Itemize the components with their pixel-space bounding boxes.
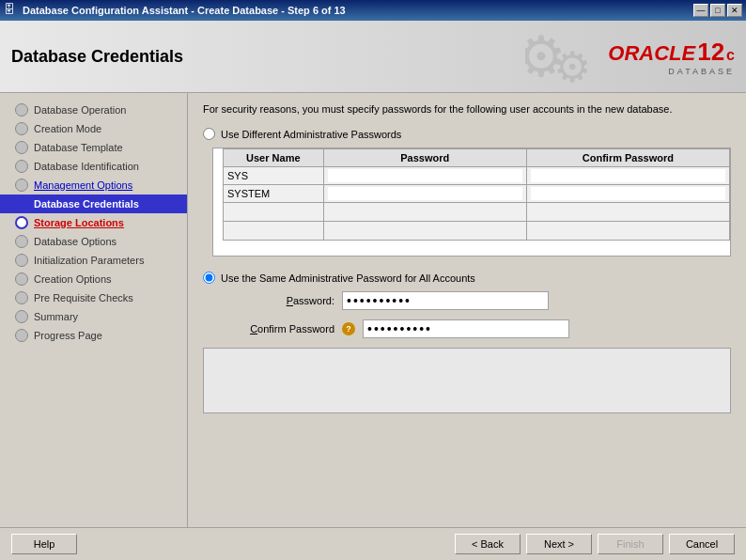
step-icon-active (15, 197, 28, 210)
confirm-field-row: Confirm Password ? (212, 319, 731, 338)
password-label: Password: (212, 295, 334, 306)
back-button[interactable]: < Back (455, 534, 521, 554)
sidebar-item-progress-page[interactable]: Progress Page (0, 326, 187, 345)
password-field-row: Password: (212, 291, 731, 310)
main-panel: For security reasons, you must specify p… (188, 93, 746, 527)
title-bar-text: Database Configuration Assistant - Creat… (23, 5, 346, 16)
col-header-confirm: Confirm Password (526, 149, 729, 167)
window-header: Database Credentials ⚙ ⚙ ORACLE 12 c DAT… (0, 21, 746, 93)
maximize-button[interactable]: □ (710, 4, 725, 17)
credentials-table-wrapper: User Name Password Confirm Password SYS (212, 148, 731, 257)
info-text: For security reasons, you must specify p… (203, 102, 731, 117)
step-icon (15, 329, 28, 342)
radio-same-password[interactable]: Use the Same Administrative Password for… (203, 272, 731, 284)
credentials-table: User Name Password Confirm Password SYS (223, 148, 730, 241)
radio-same-input[interactable] (203, 272, 215, 284)
help-icon[interactable]: ? (342, 322, 355, 335)
sidebar-item-summary[interactable]: Summary (0, 307, 187, 326)
main-window: Database Credentials ⚙ ⚙ ORACLE 12 c DAT… (0, 21, 746, 560)
title-bar: 🗄 Database Configuration Assistant - Cre… (0, 0, 746, 21)
system-password-input[interactable] (328, 187, 522, 200)
radio-different-input[interactable] (203, 128, 215, 140)
sidebar-item-database-identification[interactable]: Database Identification (0, 157, 187, 176)
step-icon (15, 160, 28, 173)
col-header-username: User Name (224, 149, 324, 167)
sys-confirm-input[interactable] (531, 169, 725, 182)
username-cell-sys: SYS (224, 167, 324, 185)
sidebar-item-database-options[interactable]: Database Options (0, 232, 187, 251)
password-input[interactable] (342, 291, 549, 310)
username-cell-system: SYSTEM (224, 185, 324, 203)
step-icon (15, 310, 28, 323)
sidebar-item-creation-mode[interactable]: Creation Mode (0, 119, 187, 138)
confirm-cell-sys[interactable] (526, 167, 729, 185)
password-cell-system[interactable] (323, 185, 526, 203)
bottom-bar: Help < Back Next > Finish Cancel (0, 527, 746, 560)
cancel-button[interactable]: Cancel (669, 534, 735, 554)
radio-different-label: Use Different Administrative Passwords (221, 129, 401, 140)
confirm-password-input[interactable] (363, 319, 569, 338)
sidebar-item-storage-locations[interactable]: Storage Locations (0, 213, 187, 232)
sidebar-item-management-options[interactable]: Management Options (0, 176, 187, 194)
help-button[interactable]: Help (11, 534, 77, 554)
sidebar: Database Operation Creation Mode Databas… (0, 93, 188, 527)
radio-different-passwords[interactable]: Use Different Administrative Passwords (203, 128, 731, 140)
sidebar-item-pre-requisite-checks[interactable]: Pre Requisite Checks (0, 288, 187, 307)
oracle-version: 12 (697, 38, 724, 67)
next-button[interactable]: Next > (526, 534, 592, 554)
col-header-password: Password (323, 149, 526, 167)
password-cell-sys[interactable] (323, 167, 526, 185)
step-icon (15, 235, 28, 248)
step-icon-current (15, 216, 28, 229)
confirm-label: Confirm Password (212, 323, 334, 334)
sidebar-item-database-operation[interactable]: Database Operation (0, 101, 187, 119)
radio-same-label: Use the Same Administrative Password for… (221, 272, 475, 284)
oracle-sub: DATABASE (668, 67, 735, 76)
content-area: Database Operation Creation Mode Databas… (0, 93, 746, 527)
table-row-empty2 (224, 222, 730, 241)
table-row: SYS (224, 167, 730, 185)
table-row: SYSTEM (224, 185, 730, 203)
sys-password-input[interactable] (328, 169, 522, 182)
app-icon: 🗄 (4, 3, 19, 18)
confirm-cell-system[interactable] (526, 185, 729, 203)
sidebar-item-database-template[interactable]: Database Template (0, 138, 187, 157)
navigation-buttons: < Back Next > Finish Cancel (455, 534, 735, 554)
info-box (203, 348, 731, 413)
password-section: Password: Confirm Password ? (212, 291, 731, 338)
minimize-button[interactable]: — (693, 4, 708, 17)
step-icon (15, 141, 28, 154)
table-row-empty1 (224, 203, 730, 222)
oracle-brand-text: ORACLE (608, 41, 695, 66)
step-icon (15, 122, 28, 135)
oracle-super: c (726, 47, 735, 64)
step-icon (15, 272, 28, 286)
sidebar-item-database-credentials[interactable]: Database Credentials (0, 194, 187, 213)
finish-button: Finish (598, 534, 663, 554)
step-icon (15, 103, 28, 117)
system-confirm-input[interactable] (531, 187, 725, 200)
step-icon (15, 179, 28, 192)
close-button[interactable]: ✕ (727, 4, 742, 17)
sidebar-item-creation-options[interactable]: Creation Options (0, 270, 187, 288)
oracle-logo: ORACLE 12 c DATABASE (608, 38, 735, 76)
sidebar-item-initialization-parameters[interactable]: Initialization Parameters (0, 251, 187, 270)
page-title: Database Credentials (11, 47, 183, 67)
step-icon (15, 254, 28, 267)
step-icon (15, 291, 28, 304)
